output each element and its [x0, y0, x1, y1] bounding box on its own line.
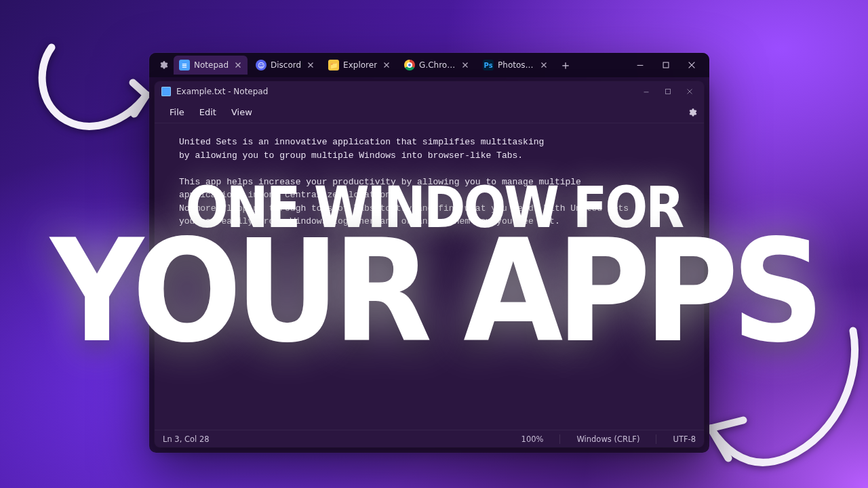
tab-notepad[interactable]: ≡ Notepad	[174, 56, 248, 75]
tab-label: Discord	[271, 60, 301, 70]
child-maximize-button[interactable]	[658, 84, 678, 99]
menu-file[interactable]: File	[163, 104, 191, 120]
maximize-button[interactable]	[654, 56, 678, 75]
photoshop-icon: Ps	[483, 60, 494, 70]
menu-view[interactable]: View	[224, 104, 259, 120]
callout-arrow-top-left	[31, 41, 160, 142]
tab-close-button[interactable]	[460, 60, 471, 70]
notepad-title: Example.txt - Notepad	[176, 87, 268, 96]
explorer-icon: 📁	[328, 60, 339, 70]
minimize-button[interactable]	[628, 56, 652, 75]
notepad-window: Example.txt - Notepad File Edit View Uni…	[155, 81, 704, 447]
host-settings-button[interactable]	[156, 58, 171, 73]
notepad-settings-button[interactable]	[685, 105, 700, 120]
status-zoom[interactable]: 100%	[521, 434, 544, 444]
tab-label: G.Chrome	[419, 60, 456, 70]
tab-chrome[interactable]: G.Chrome	[399, 56, 475, 75]
tab-close-button[interactable]	[305, 60, 316, 70]
discord-icon: ☺	[256, 60, 267, 70]
new-tab-button[interactable]: ＋	[556, 56, 575, 75]
united-sets-window: ≡ Notepad ☺ Discord 📁 Explorer G.Chrom	[149, 53, 709, 453]
notepad-icon: ≡	[179, 60, 190, 70]
chrome-icon	[404, 60, 415, 70]
status-encoding[interactable]: UTF-8	[673, 434, 696, 444]
notepad-editor[interactable]: United Sets is an innovative application…	[155, 123, 704, 430]
notepad-statusbar: Ln 3, Col 28 100% Windows (CRLF) UTF-8	[155, 430, 704, 447]
child-close-button[interactable]	[679, 84, 700, 99]
child-minimize-button[interactable]	[636, 84, 656, 99]
tab-strip: ≡ Notepad ☺ Discord 📁 Explorer G.Chrom	[149, 53, 709, 77]
svg-rect-1	[666, 89, 671, 94]
notepad-file-icon	[161, 87, 171, 96]
notepad-titlebar[interactable]: Example.txt - Notepad	[155, 81, 704, 102]
tab-label: Photoshop	[498, 60, 534, 70]
callout-arrow-bottom-right	[685, 319, 861, 474]
tab-close-button[interactable]	[381, 60, 392, 70]
svg-rect-0	[663, 62, 669, 68]
tab-close-button[interactable]	[233, 60, 243, 70]
status-cursor-position: Ln 3, Col 28	[163, 434, 210, 444]
host-window-controls	[628, 56, 707, 75]
close-button[interactable]	[679, 56, 704, 75]
status-eol[interactable]: Windows (CRLF)	[576, 434, 639, 444]
tab-explorer[interactable]: 📁 Explorer	[323, 56, 396, 75]
menu-edit[interactable]: Edit	[193, 104, 223, 120]
tab-close-button[interactable]	[538, 60, 549, 70]
tab-photoshop[interactable]: Ps Photoshop	[477, 56, 553, 75]
notepad-menubar: File Edit View	[155, 102, 704, 123]
notepad-window-controls	[636, 84, 700, 99]
tab-discord[interactable]: ☺ Discord	[250, 56, 320, 75]
tab-label: Explorer	[343, 60, 377, 70]
tab-label: Notepad	[194, 60, 229, 70]
